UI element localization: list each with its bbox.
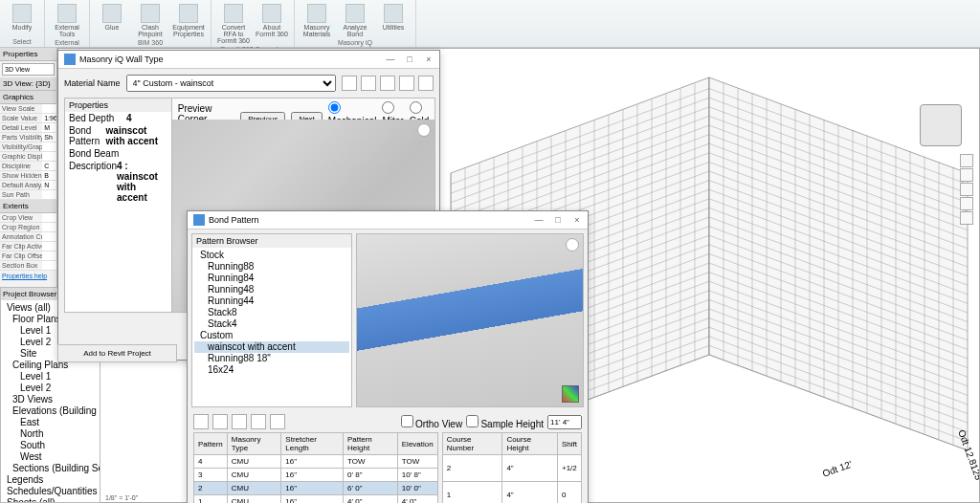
close-button[interactable]: ×	[424, 55, 434, 64]
tree-item[interactable]: Level 2	[3, 383, 98, 394]
pattern-tree-item[interactable]: 16x24	[194, 364, 349, 376]
nav-pan-icon[interactable]	[960, 183, 973, 196]
view-cube[interactable]	[920, 104, 962, 146]
pattern-tree-item[interactable]: Stack4	[194, 318, 349, 330]
table-row[interactable]: 2CMU16"6' 0"10' 0"	[194, 482, 438, 495]
save-pattern-icon[interactable]	[232, 414, 247, 429]
maximize-button[interactable]: □	[405, 55, 414, 64]
wall-type-title: Masonry iQ Wall Type	[79, 55, 386, 64]
ribbon-button[interactable]: External Tools	[49, 2, 85, 39]
property-row[interactable]: Annotation Cr...	[0, 232, 56, 242]
property-row[interactable]: Show Hidden ...B	[0, 171, 56, 181]
sample-height-checkbox[interactable]: Sample Height	[466, 415, 544, 429]
tree-item[interactable]: East	[3, 417, 98, 428]
pattern-preview[interactable]	[356, 233, 584, 407]
nav-wheel-icon[interactable]	[960, 168, 973, 182]
tree-item[interactable]: North	[3, 428, 98, 440]
add-to-revit-button[interactable]: Add to Revit Project	[57, 344, 177, 362]
table-row[interactable]: 24"+1/2	[442, 455, 581, 482]
ortho-view-checkbox[interactable]: Ortho View	[401, 415, 463, 429]
pattern-tree-item[interactable]: wainscot with accent	[194, 341, 349, 353]
tree-item[interactable]: Sheets (all)	[3, 497, 98, 503]
ribbon-button[interactable]: About FormIt 360	[254, 2, 290, 46]
dim-2: Odt 12.8125"	[956, 428, 980, 485]
tree-item[interactable]: Elevations (Building Elevation)	[3, 405, 98, 417]
property-row[interactable]: Graphic Displ...	[0, 152, 56, 162]
course-table[interactable]: Course NumberCourse HeightShift24"+1/214…	[442, 432, 582, 503]
minimize-button[interactable]: —	[386, 55, 395, 64]
ribbon-button[interactable]: Utilities	[375, 2, 412, 39]
new-icon[interactable]	[342, 76, 357, 91]
save-icon[interactable]	[380, 76, 395, 91]
property-row[interactable]: Parts VisibilitySh	[0, 133, 56, 142]
home-icon[interactable]	[566, 238, 579, 252]
property-row[interactable]: Visibility/Grap...	[0, 142, 56, 152]
pattern-tree-item[interactable]: Running84	[194, 273, 349, 284]
table-row[interactable]: 1CMU16"4' 0"4' 0"	[194, 495, 438, 504]
tree-item[interactable]: Sections (Building Section)	[3, 463, 98, 474]
table-row[interactable]: 14"0	[442, 482, 581, 504]
copy-icon[interactable]	[361, 76, 376, 91]
app-icon	[64, 54, 76, 65]
property-row[interactable]: Scale Value1:96	[0, 114, 56, 123]
home-icon[interactable]	[417, 123, 431, 137]
close-button[interactable]: ×	[572, 215, 582, 225]
material-name-label: Material Name	[64, 78, 121, 88]
pattern-tree-item[interactable]: Running88	[194, 261, 349, 273]
new-pattern-icon[interactable]	[193, 414, 209, 429]
nav-orbit-icon[interactable]	[960, 211, 973, 225]
properties-help-link[interactable]: Properties help	[0, 271, 56, 281]
export-icon[interactable]	[418, 76, 434, 91]
view-cube-icon[interactable]	[562, 385, 579, 403]
nav-tools	[960, 154, 975, 226]
ribbon-button[interactable]: Masonry Materials	[299, 2, 335, 39]
view-section: 3D View: {3D}	[0, 77, 56, 91]
property-row[interactable]: Sun Path	[0, 190, 56, 200]
pattern-tree-item[interactable]: Stock	[194, 250, 349, 261]
import-icon[interactable]	[399, 76, 414, 91]
pattern-tree-item[interactable]: Stack8	[194, 307, 349, 318]
pattern-tree-item[interactable]: Running88 18"	[194, 353, 349, 364]
tree-item[interactable]: 3D Views	[3, 394, 98, 405]
ribbon-button[interactable]: Analyze Bond	[337, 2, 373, 39]
import-pattern-icon[interactable]	[251, 414, 266, 429]
tree-item[interactable]: Schedules/Quantities	[3, 486, 98, 497]
ribbon-button[interactable]: Convert RFA to FormIt 360	[215, 2, 252, 46]
property-row[interactable]: Crop View	[0, 213, 56, 223]
maximize-button[interactable]: □	[553, 215, 563, 225]
property-row[interactable]: DisciplineC	[0, 162, 56, 171]
sample-height-input[interactable]	[547, 415, 582, 429]
property-row[interactable]: Default Analy...N	[0, 181, 56, 190]
nav-home-icon[interactable]	[960, 154, 973, 167]
tree-item[interactable]: South	[3, 440, 98, 451]
ribbon-button[interactable]: Clash Pinpoint	[132, 2, 168, 39]
copy-pattern-icon[interactable]	[212, 414, 228, 429]
pattern-tree-item[interactable]: Running48	[194, 284, 349, 295]
table-row[interactable]: 4CMU16"TOWTOW	[194, 455, 438, 469]
ribbon-button[interactable]: Equipment Properties	[170, 2, 207, 39]
table-row[interactable]: 3CMU16"0' 8"10' 8"	[194, 469, 438, 482]
tree-item[interactable]: Level 1	[3, 371, 98, 383]
properties-title: Properties	[0, 48, 56, 61]
property-row[interactable]: Far Clip Active	[0, 242, 56, 252]
pattern-table[interactable]: PatternMasonry TypeStretcher LengthPatte…	[193, 432, 438, 503]
property-row[interactable]: Section Box	[0, 261, 56, 271]
ribbon-button[interactable]: Glue	[94, 2, 130, 39]
graphics-header: Graphics	[0, 91, 56, 104]
view-type-selector[interactable]: 3D View	[2, 63, 55, 76]
bond-pattern-title: Bond Pattern	[209, 215, 534, 225]
ribbon-button[interactable]: Modify	[4, 2, 40, 33]
property-row[interactable]: Detail LevelM	[0, 123, 56, 133]
extents-header: Extents	[0, 200, 56, 213]
minimize-button[interactable]: —	[534, 215, 544, 225]
export-pattern-icon[interactable]	[270, 414, 285, 429]
pattern-tree-item[interactable]: Custom	[194, 330, 349, 341]
pattern-tree-item[interactable]: Running44	[194, 295, 349, 307]
property-row[interactable]: View Scale	[0, 104, 56, 114]
tree-item[interactable]: West	[3, 451, 98, 463]
material-name-select[interactable]: 4" Custom - wainscot	[126, 75, 336, 92]
tree-item[interactable]: Legends	[3, 474, 98, 486]
property-row[interactable]: Crop Region ...	[0, 223, 56, 232]
nav-zoom-icon[interactable]	[960, 197, 973, 210]
property-row[interactable]: Far Clip Offset	[0, 252, 56, 261]
